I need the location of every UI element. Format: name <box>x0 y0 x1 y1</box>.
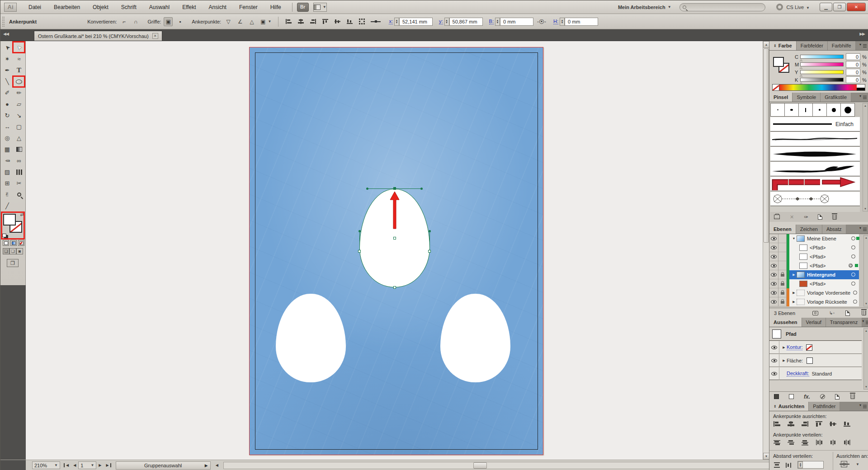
x-stepper[interactable]: ▲▼ <box>394 18 399 26</box>
top-anchor-point[interactable] <box>393 187 396 190</box>
target-icon-selected[interactable] <box>849 263 853 268</box>
menu-ansicht[interactable]: Ansicht <box>203 0 233 14</box>
column-graph-tool[interactable] <box>13 166 25 178</box>
blend-tool[interactable]: ∞ <box>13 155 25 166</box>
brush-item[interactable] <box>784 103 799 117</box>
align-top-button[interactable] <box>815 421 823 427</box>
hand-tool[interactable]: ✌ <box>1 189 13 200</box>
workspace-switcher[interactable]: Mein Arbeitsbereich▼ <box>618 5 671 10</box>
new-fill-icon[interactable] <box>789 394 794 399</box>
previous-page-button[interactable]: ◀ <box>71 463 78 467</box>
convert-to-smooth-button[interactable]: ∩ <box>132 17 141 26</box>
distribute-top-button[interactable] <box>773 439 781 446</box>
delete-layer-icon[interactable] <box>862 310 866 315</box>
scroll-up-icon[interactable]: ▲ <box>863 103 868 108</box>
bottom-anchor-point[interactable] <box>393 286 396 289</box>
lock-toggle[interactable] <box>778 234 787 243</box>
lock-toggle[interactable] <box>778 279 787 288</box>
right-anchor-point[interactable] <box>428 250 431 253</box>
layer-row-meine-ebene[interactable]: ▼Meine Ebene <box>769 234 859 243</box>
scroll-down-icon[interactable]: ▼ <box>864 301 868 306</box>
brush-libraries-icon[interactable] <box>774 215 780 219</box>
visibility-toggle[interactable] <box>769 297 778 306</box>
lock-toggle[interactable] <box>778 288 787 297</box>
lock-toggle[interactable] <box>778 252 787 261</box>
distribute-vcenter-button[interactable] <box>787 439 795 446</box>
delete-brush-icon[interactable] <box>832 215 837 220</box>
arrange-documents-button[interactable]: ▼ <box>313 3 327 12</box>
hide-handles-button[interactable]: ▪ <box>175 17 184 26</box>
stroke-swatch[interactable] <box>806 344 812 351</box>
type-tool[interactable]: T <box>13 65 25 76</box>
distribute-right-button[interactable] <box>843 439 851 446</box>
tab-grafikstile[interactable]: Grafikstile <box>821 93 851 102</box>
cyan-value[interactable]: 0 <box>846 53 860 60</box>
tab-pinsel[interactable]: Pinsel <box>769 93 793 102</box>
layer-name[interactable]: Meine Ebene <box>807 236 836 241</box>
layer-row-pfad-3[interactable]: <Pfad> <box>769 261 859 270</box>
panel-menu-icon[interactable] <box>859 404 867 409</box>
screen-mode-button[interactable]: ❐ <box>7 259 19 267</box>
eraser-tool[interactable]: ▱ <box>13 99 25 110</box>
new-brush-icon[interactable] <box>818 214 822 220</box>
remove-brush-stroke-icon[interactable]: ✕ <box>790 214 794 220</box>
handle-endpoint-right[interactable] <box>420 188 423 190</box>
yellow-value[interactable]: 0 <box>846 69 860 75</box>
horizontal-scroll-thumb[interactable] <box>473 462 487 469</box>
brush-item-swash[interactable] <box>770 162 860 176</box>
collapse-tools-icon[interactable]: ◀◀ <box>3 32 9 36</box>
menu-effekt[interactable]: Effekt <box>176 0 202 14</box>
panel-menu-icon[interactable] <box>862 320 867 325</box>
show-handles-button[interactable]: ▣ <box>164 17 173 26</box>
layer-row-pfad-2[interactable]: <Pfad> <box>769 252 859 261</box>
brush-item[interactable] <box>812 103 827 117</box>
left-handle-dot[interactable] <box>359 230 361 232</box>
x-label[interactable]: x: <box>389 19 393 24</box>
magenta-slider[interactable] <box>800 62 844 66</box>
pen-tool[interactable]: ✒ <box>1 65 13 76</box>
horizontal-scrollbar[interactable] <box>223 462 854 469</box>
artboard-tool[interactable]: ⊞ <box>1 178 13 189</box>
collapse-dock-icon[interactable]: ▶▶ <box>859 32 865 36</box>
y-input[interactable]: 50,867 mm <box>449 18 483 26</box>
minimize-button[interactable]: ▁ <box>820 3 832 11</box>
panel-menu-icon[interactable] <box>859 44 867 48</box>
appearance-scrollbar[interactable]: ▲ ▼ <box>863 328 868 390</box>
close-button[interactable]: ✕ <box>847 3 866 11</box>
isolate-selection-button[interactable]: ▣▼ <box>259 17 273 26</box>
panel-menu-icon[interactable] <box>859 95 867 100</box>
left-anchor-point[interactable] <box>358 250 361 253</box>
tab-absatz[interactable]: Absatz <box>822 225 846 234</box>
target-icon[interactable] <box>851 282 855 286</box>
slice-tool[interactable]: ✂ <box>13 178 25 189</box>
tab-farbe[interactable]: ⇕Farbe <box>769 41 797 50</box>
tab-farbhilfe[interactable]: Farbhilfe <box>828 41 856 50</box>
brush-item-charcoal[interactable] <box>770 132 860 146</box>
gradient-button[interactable] <box>10 240 17 246</box>
brush-item[interactable] <box>798 103 813 117</box>
layer-row-vorlage-rueckseite[interactable]: ▶Vorlage Rückseite <box>769 297 859 306</box>
knife-tool[interactable]: ╱ <box>1 200 13 212</box>
new-effect-icon[interactable]: fx. <box>804 394 810 400</box>
convert-to-corner-button[interactable]: ⌐ <box>120 17 129 26</box>
layer-name[interactable]: Hintergrund <box>807 272 835 277</box>
canvas[interactable] <box>26 41 763 460</box>
scroll-up-icon[interactable]: ▲ <box>763 41 769 48</box>
tab-aussehen[interactable]: Aussehen <box>769 318 802 327</box>
visibility-toggle[interactable] <box>769 341 779 354</box>
align-hcenter-button[interactable] <box>787 421 795 427</box>
lock-toggle[interactable] <box>778 297 787 306</box>
scroll-down-icon[interactable]: ▼ <box>863 207 868 211</box>
path-name[interactable]: <Pfad> <box>810 254 826 259</box>
align-left-button[interactable] <box>773 421 781 427</box>
vertical-scroll-thumb[interactable] <box>764 48 769 243</box>
stroke-label[interactable]: Kontur: <box>787 344 802 350</box>
brushes-scrollbar[interactable]: ▲ ▼ <box>863 103 868 212</box>
menu-bearbeiten[interactable]: Bearbeiten <box>47 0 86 14</box>
y-stepper[interactable]: ▲▼ <box>444 18 449 26</box>
tab-zeichen[interactable]: Zeichen <box>796 225 822 234</box>
layer-row-pfad-4[interactable]: <Pfad> <box>769 279 859 288</box>
perspective-grid-tool[interactable]: △ <box>13 132 25 144</box>
vertical-scrollbar[interactable]: ▲ ▼ <box>763 41 769 460</box>
align-hcenter-button[interactable] <box>296 17 306 26</box>
